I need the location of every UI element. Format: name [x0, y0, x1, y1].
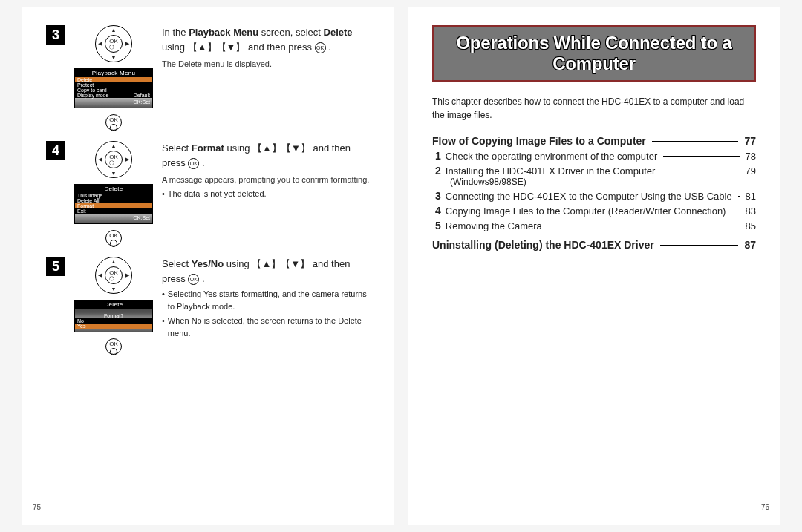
step-text: Select Yes/No using 【▲】【▼】 and then pres… — [162, 257, 370, 355]
lcd-title: Delete — [75, 185, 152, 193]
step-text: Select Format using 【▲】【▼】 and then pres… — [162, 141, 370, 246]
step: 4OK◯▲▼◀▶DeleteThis imageDelete AllFormat… — [46, 141, 370, 246]
lcd-item: No — [75, 318, 152, 324]
step-bullet: When No is selected, the screen returns … — [162, 315, 370, 340]
ok-button-icon: OK — [105, 114, 122, 131]
chapter-title: Operations While Connected to a Computer — [432, 25, 756, 82]
manual-page-right: Operations While Connected to a Computer… — [408, 7, 780, 525]
lcd-item: Protect — [75, 82, 152, 88]
toc-item: 1Check the operating environment of the … — [435, 150, 756, 162]
step-text: In the Playback Menu screen, select Dele… — [162, 25, 370, 131]
lcd-footer: OK:Set — [75, 214, 152, 220]
lcd-item: This image — [75, 193, 152, 198]
step-graphics: OK◯▲▼◀▶DeleteThis imageDelete AllFormatE… — [73, 141, 154, 246]
lcd-item: Delete All — [75, 198, 152, 203]
step-instruction: In the Playback Menu screen, select Dele… — [162, 25, 370, 55]
ok-button-icon: OK — [105, 338, 122, 355]
step-instruction: Select Format using 【▲】【▼】 and then pres… — [162, 141, 370, 171]
step-bullet: Selecting Yes starts formatting, and the… — [162, 288, 370, 313]
toc-section-head: Flow of Copying Image Files to a Compute… — [432, 135, 756, 147]
step: 3OK◯▲▼◀▶Playback MenuDeleteProtectCopy t… — [46, 25, 370, 131]
lcd-preview: DeleteThis imageDelete AllFormatExitOK:S… — [74, 184, 153, 224]
lcd-item: Copy to card — [75, 88, 152, 93]
lcd-item: Format? — [75, 313, 152, 318]
lcd-preview: Playback MenuDeleteProtectCopy to cardDi… — [74, 68, 153, 108]
lcd-item: Display modeDefault — [75, 93, 152, 98]
manual-page-left: 3OK◯▲▼◀▶Playback MenuDeleteProtectCopy t… — [22, 7, 394, 525]
chapter-intro: This chapter describes how to connect th… — [432, 95, 756, 122]
step-instruction: Select Yes/No using 【▲】【▼】 and then pres… — [162, 257, 370, 286]
step-graphics: OK◯▲▼◀▶Playback MenuDeleteProtectCopy to… — [73, 25, 154, 131]
lcd-title: Delete — [75, 301, 152, 309]
toc-item-sub: (Windows98/98SE) — [450, 177, 756, 187]
lcd-footer: OK:Set — [75, 98, 152, 105]
step-number: 3 — [46, 25, 65, 45]
lcd-preview: DeleteFormat?NoYes — [74, 300, 153, 332]
step-graphics: OK◯▲▼◀▶DeleteFormat?NoYesOK — [73, 257, 154, 355]
nav-dial-icon: OK◯▲▼◀▶ — [95, 25, 132, 62]
step-subtext: A message appears, prompting you to conf… — [162, 174, 370, 186]
step-number: 4 — [46, 141, 65, 160]
page-number-left: 75 — [33, 503, 41, 511]
lcd-item: Delete — [75, 77, 152, 82]
lcd-item: Yes — [75, 324, 152, 329]
toc-section-head: Uninstalling (Deleting) the HDC-401EX Dr… — [432, 239, 756, 251]
step-bullet: The data is not yet deleted. — [162, 188, 370, 200]
ok-button-icon: OK — [105, 230, 122, 246]
nav-dial-icon: OK◯▲▼◀▶ — [95, 141, 132, 178]
lcd-item: Exit — [75, 208, 152, 214]
lcd-item: Format — [75, 203, 152, 208]
toc-item: 4Copying Image Files to the Computer (Re… — [435, 205, 756, 217]
lcd-title: Playback Menu — [75, 69, 152, 77]
toc-item: 5Removing the Camera85 — [435, 220, 756, 231]
page-number-right: 76 — [761, 503, 769, 511]
step: 5OK◯▲▼◀▶DeleteFormat?NoYesOKSelect Yes/N… — [46, 257, 370, 355]
nav-dial-icon: OK◯▲▼◀▶ — [95, 257, 132, 294]
step-subtext: The Delete menu is displayed. — [162, 58, 370, 70]
step-number: 5 — [46, 257, 65, 276]
toc-item: 2Installing the HDC-401EX Driver in the … — [435, 165, 756, 177]
toc-item: 3Connecting the HDC-401EX to the Compute… — [435, 190, 756, 202]
